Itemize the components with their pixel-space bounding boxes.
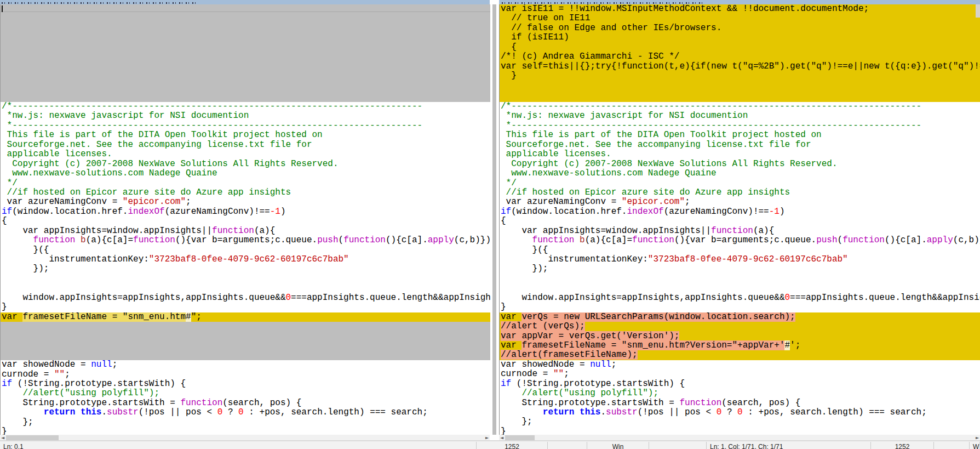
code-token: #	[186, 312, 191, 322]
code-token: applicable licenses.	[2, 149, 112, 159]
code-line	[1, 274, 490, 283]
code-token: (){var b=arguments;c.queue.	[674, 235, 816, 245]
code-token: function	[843, 235, 885, 245]
code-token: (){var b=arguments;c.queue.	[175, 235, 317, 245]
code-token: };	[501, 417, 532, 427]
code-token: (a){	[753, 226, 774, 236]
code-line: function b(a){c[a]=function(){var b=argu…	[1, 236, 490, 245]
code-token: (search, pos) {	[721, 398, 800, 408]
code-token: var isIE11 = !!window.MSInputMethodConte…	[501, 4, 869, 14]
code-token: ?	[222, 407, 238, 417]
code-token: #	[784, 340, 790, 350]
code-token: apply	[927, 235, 953, 245]
code-line: www.nexwave-solutions.com Nadege Quaine	[500, 169, 980, 178]
code-line: /*! (c) Andrea Giammarchi - ISC */	[500, 52, 980, 61]
code-token: {	[2, 216, 7, 226]
code-line: if (!String.prototype.startsWith) {	[1, 379, 490, 389]
code-line: }	[1, 427, 490, 435]
code-line: var isIE11 = !!window.MSInputMethodConte…	[500, 4, 980, 14]
inserted-lines-block: var isIE11 = !!window.MSInputMethodConte…	[500, 4, 980, 102]
code-token: (!String.prototype.startsWith) {	[511, 379, 685, 389]
code-token: b	[81, 235, 86, 245]
code-line: instrumentationKey:"3723baf8-0fee-4079-9…	[1, 255, 490, 264]
scrollbar-thumb[interactable]	[505, 435, 535, 440]
clipped-path-text	[502, 2, 704, 4]
code-block: var showedNode = null;curnode = "";if (!…	[1, 360, 490, 435]
code-token: ;	[186, 197, 191, 207]
code-token: window.appInsights=appInsights,appInsigh…	[2, 293, 285, 303]
code-line: var azureNamingConv = "epicor.com";	[500, 197, 980, 207]
code-token: push	[816, 235, 837, 245]
code-token: return	[543, 407, 575, 417]
code-line: *---------------------------------------…	[500, 121, 980, 130]
code-line: {	[1, 217, 490, 226]
code-token	[75, 407, 81, 417]
code-token: This file is part of the DITA Open Toolk…	[2, 130, 323, 140]
code-line: });	[1, 264, 490, 274]
scrollbar-thumb[interactable]	[6, 435, 59, 440]
code-token: -1	[769, 207, 780, 217]
code-line: String.prototype.startsWith = function(s…	[500, 399, 980, 408]
code-token: (	[838, 235, 843, 245]
status-segment	[934, 442, 970, 449]
code-token: "3723baf8-0fee-4079-9c62-60197c6c7bab"	[648, 254, 848, 264]
code-token: function	[532, 235, 575, 245]
status-bar: Ln: 0.11252WinLn: 1, Col: 1/71, Ch: 1/71…	[0, 442, 980, 449]
code-token: ""	[54, 370, 65, 379]
text-caret	[2, 5, 3, 12]
code-token	[2, 407, 44, 417]
code-token: });	[2, 264, 49, 274]
left-code-pane[interactable]: /*--------------------------------------…	[0, 4, 490, 435]
code-line: instrumentationKey:"3723baf8-0fee-4079-9…	[500, 255, 980, 264]
code-token: 0	[737, 407, 743, 417]
code-line: return this.substr(!pos || pos < 0 ? 0 :…	[1, 408, 490, 417]
code-token: var appInsights=window.appInsights||	[501, 226, 711, 236]
code-token: instrumentationKey:	[2, 254, 149, 264]
code-line: /*--------------------------------------…	[1, 102, 490, 111]
code-token: ;	[564, 369, 569, 379]
code-token: {	[501, 42, 517, 52]
code-token: var	[2, 312, 22, 322]
code-token: var showedNode =	[2, 360, 91, 370]
code-token: framesetFileName = "snm_enu.htm?Version=…	[521, 340, 784, 350]
code-token: ===appInsights.queue.length&&appInsights…	[790, 293, 980, 303]
right-code-pane[interactable]: var isIE11 = !!window.MSInputMethodConte…	[499, 4, 980, 435]
code-token: Copyright (c) 2007-2008 NexWave Solution…	[501, 159, 838, 169]
code-line: Copyright (c) 2007-2008 NexWave Solution…	[1, 160, 490, 169]
code-token: function	[711, 226, 753, 236]
code-token: //alert("using polyfill");	[501, 388, 658, 398]
code-line: //alert("using polyfill");	[500, 389, 980, 398]
code-token: ';	[790, 340, 800, 350]
clipped-path-text	[2, 2, 198, 4]
code-token: function	[33, 235, 76, 245]
code-token: function	[679, 398, 721, 408]
status-segment	[649, 442, 707, 449]
code-line: }	[500, 303, 980, 312]
code-line: var framesetFileName = "snm_enu.htm?Vers…	[500, 341, 980, 350]
code-token: applicable licenses.	[501, 149, 611, 159]
code-token: //if hosted on Epicor azure site do Azur…	[2, 187, 291, 197]
code-line: }	[1, 303, 490, 312]
code-token	[501, 407, 543, 417]
code-token: var azureNamingConv =	[2, 197, 123, 207]
code-token: curnode =	[501, 369, 553, 379]
code-token: ""	[553, 369, 564, 379]
code-token: (!pos || pos <	[638, 407, 717, 417]
code-token: indexOf	[627, 207, 663, 217]
code-token: }	[2, 302, 7, 312]
code-token: curnode =	[2, 370, 54, 379]
code-token: substr	[107, 407, 139, 417]
code-line: // true on IE11	[500, 14, 980, 23]
vertical-scrollbar-top[interactable]	[976, 4, 980, 18]
code-token: www.nexwave-solutions.com Nadege Quaine	[2, 168, 217, 178]
code-token	[75, 235, 81, 245]
code-line: if(window.location.href.indexOf(azureNam…	[500, 207, 980, 217]
code-token: *---------------------------------------…	[501, 121, 921, 130]
changed-lines-block: var verQs = new URLSearchParams(window.l…	[500, 312, 980, 360]
code-line: {	[500, 43, 980, 52]
code-token: String.prototype.startsWith =	[2, 398, 180, 408]
pane-splitter[interactable]	[492, 4, 496, 435]
code-token: : +pos, search.length) === search;	[743, 407, 927, 417]
code-token: // false on Edge and other IEs/browsers.	[501, 23, 721, 33]
code-line: var azureNamingConv = "epicor.com";	[1, 197, 490, 207]
